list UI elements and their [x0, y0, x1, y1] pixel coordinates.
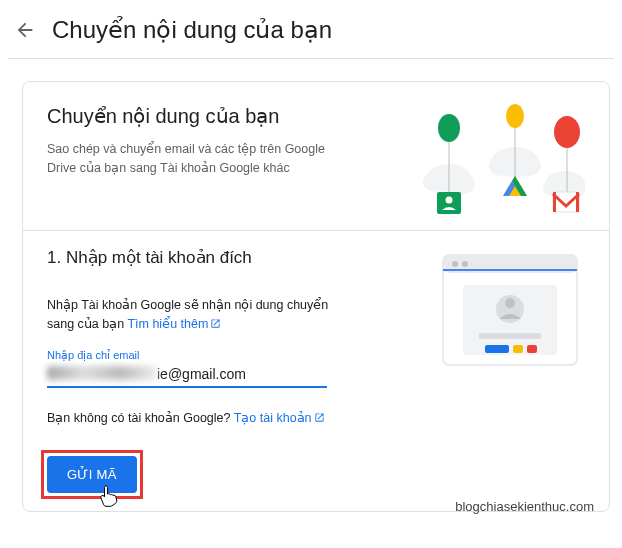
create-account-link[interactable]: Tạo tài khoản — [234, 411, 325, 425]
back-arrow-icon[interactable] — [14, 19, 36, 41]
card-subtitle: Sao chép và chuyển email và các tệp trên… — [47, 140, 337, 178]
svg-rect-33 — [513, 345, 523, 353]
svg-rect-32 — [485, 345, 509, 353]
svg-point-14 — [554, 116, 580, 148]
svg-point-4 — [489, 156, 513, 176]
submit-row: GỬI MÃ — [47, 456, 137, 493]
svg-point-16 — [446, 197, 453, 204]
svg-point-2 — [451, 174, 475, 194]
no-account-row: Bạn không có tài khoản Google? Tạo tài k… — [47, 410, 411, 426]
learn-more-link[interactable]: Tìm hiểu thêm — [127, 317, 221, 331]
step-1-description: Nhập Tài khoản Google sẽ nhận nội dung c… — [47, 296, 347, 335]
svg-point-12 — [506, 104, 524, 128]
transfer-card: Chuyển nội dung của bạn Sao chép và chuy… — [22, 81, 610, 512]
svg-point-27 — [462, 261, 468, 267]
email-field[interactable]: ie@gmail.com — [47, 362, 327, 388]
balloons-illustration — [415, 104, 585, 214]
watermark-text: blogchiasekienthuc.com — [455, 499, 594, 514]
card-intro: Chuyển nội dung của bạn Sao chép và chuy… — [23, 82, 609, 228]
profile-window-illustration — [435, 247, 585, 426]
svg-rect-22 — [576, 192, 579, 212]
svg-rect-31 — [479, 333, 541, 339]
email-input-label: Nhập địa chỉ email — [47, 349, 327, 362]
email-input-group: Nhập địa chỉ email ie@gmail.com — [47, 349, 327, 388]
send-code-button[interactable]: GỬI MÃ — [47, 456, 137, 493]
header-divider — [8, 58, 614, 59]
no-account-text: Bạn không có tài khoản Google? — [47, 411, 234, 425]
svg-rect-25 — [443, 269, 577, 271]
svg-point-26 — [452, 261, 458, 267]
step-1-section: 1. Nhập một tài khoản đích Nhập Tài khoả… — [23, 231, 609, 444]
svg-point-30 — [505, 298, 515, 308]
card-title: Chuyển nội dung của bạn — [47, 104, 395, 128]
svg-rect-34 — [527, 345, 537, 353]
page-title: Chuyển nội dung của bạn — [52, 16, 332, 44]
svg-rect-21 — [553, 192, 556, 212]
step-1-heading: 1. Nhập một tài khoản đích — [47, 247, 411, 268]
svg-point-10 — [438, 114, 460, 142]
svg-rect-20 — [553, 192, 579, 212]
svg-point-5 — [517, 156, 541, 176]
svg-point-1 — [423, 172, 447, 192]
external-link-icon — [314, 412, 325, 426]
email-visible-part: ie@gmail.com — [157, 366, 246, 382]
external-link-icon — [210, 316, 221, 335]
header: Chuyển nội dung của bạn — [0, 0, 622, 58]
